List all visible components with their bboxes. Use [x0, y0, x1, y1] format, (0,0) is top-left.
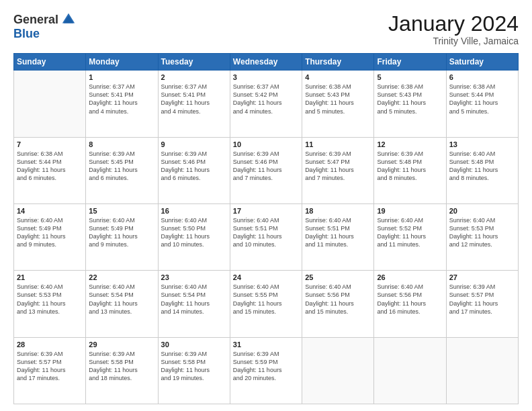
day-info: Sunrise: 6:37 AM Sunset: 5:42 PM Dayligh…	[233, 83, 299, 116]
day-cell: 17Sunrise: 6:40 AM Sunset: 5:51 PM Dayli…	[230, 203, 302, 270]
week-row-2: 7Sunrise: 6:38 AM Sunset: 5:44 PM Daylig…	[14, 137, 519, 203]
day-header-sunday: Sunday	[14, 54, 86, 71]
day-number: 14	[17, 207, 83, 215]
week-row-3: 14Sunrise: 6:40 AM Sunset: 5:49 PM Dayli…	[14, 203, 519, 270]
day-info: Sunrise: 6:40 AM Sunset: 5:51 PM Dayligh…	[233, 216, 299, 249]
day-number: 23	[161, 273, 227, 281]
day-info: Sunrise: 6:39 AM Sunset: 5:47 PM Dayligh…	[305, 150, 371, 183]
day-info: Sunrise: 6:40 AM Sunset: 5:53 PM Dayligh…	[17, 283, 83, 316]
day-header-saturday: Saturday	[446, 54, 518, 71]
day-info: Sunrise: 6:40 AM Sunset: 5:51 PM Dayligh…	[305, 216, 371, 249]
day-header-wednesday: Wednesday	[230, 54, 302, 71]
calendar-subtitle: Trinity Ville, Jamaica	[388, 36, 519, 46]
day-header-thursday: Thursday	[302, 54, 374, 71]
logo-blue-text: Blue	[13, 27, 40, 41]
day-info: Sunrise: 6:39 AM Sunset: 5:57 PM Dayligh…	[17, 350, 83, 383]
day-cell: 25Sunrise: 6:40 AM Sunset: 5:56 PM Dayli…	[302, 271, 374, 337]
day-number: 19	[377, 207, 443, 215]
day-cell: 12Sunrise: 6:39 AM Sunset: 5:48 PM Dayli…	[374, 137, 446, 203]
day-cell: 2Sunrise: 6:37 AM Sunset: 5:41 PM Daylig…	[158, 71, 230, 137]
day-cell: 9Sunrise: 6:39 AM Sunset: 5:46 PM Daylig…	[158, 137, 230, 203]
day-number: 12	[377, 140, 443, 148]
day-header-monday: Monday	[86, 54, 158, 71]
day-info: Sunrise: 6:40 AM Sunset: 5:48 PM Dayligh…	[449, 150, 515, 183]
day-cell: 10Sunrise: 6:39 AM Sunset: 5:46 PM Dayli…	[230, 137, 302, 203]
day-number: 29	[89, 340, 154, 349]
day-info: Sunrise: 6:39 AM Sunset: 5:45 PM Dayligh…	[89, 150, 154, 183]
day-cell: 31Sunrise: 6:39 AM Sunset: 5:59 PM Dayli…	[230, 337, 302, 404]
day-number: 28	[17, 340, 83, 349]
week-row-5: 28Sunrise: 6:39 AM Sunset: 5:57 PM Dayli…	[14, 337, 519, 404]
day-info: Sunrise: 6:38 AM Sunset: 5:43 PM Dayligh…	[377, 83, 443, 116]
day-number: 9	[161, 140, 227, 148]
day-number: 25	[305, 273, 371, 281]
day-number: 7	[17, 140, 83, 148]
day-number: 17	[233, 207, 299, 215]
day-cell: 5Sunrise: 6:38 AM Sunset: 5:43 PM Daylig…	[374, 71, 446, 137]
day-number: 21	[17, 273, 83, 281]
day-cell: 24Sunrise: 6:40 AM Sunset: 5:55 PM Dayli…	[230, 271, 302, 337]
day-number: 24	[233, 273, 299, 281]
day-cell: 20Sunrise: 6:40 AM Sunset: 5:53 PM Dayli…	[446, 203, 518, 270]
day-number: 30	[161, 340, 227, 349]
day-number: 18	[305, 207, 371, 215]
logo-general-text: General	[13, 13, 58, 27]
day-info: Sunrise: 6:39 AM Sunset: 5:46 PM Dayligh…	[233, 150, 299, 183]
day-info: Sunrise: 6:40 AM Sunset: 5:50 PM Dayligh…	[161, 216, 227, 249]
day-cell	[374, 337, 446, 404]
day-number: 6	[449, 73, 515, 81]
day-info: Sunrise: 6:40 AM Sunset: 5:54 PM Dayligh…	[89, 283, 154, 316]
day-cell	[446, 337, 518, 404]
day-cell: 4Sunrise: 6:38 AM Sunset: 5:43 PM Daylig…	[302, 71, 374, 137]
day-cell: 18Sunrise: 6:40 AM Sunset: 5:51 PM Dayli…	[302, 203, 374, 270]
week-row-4: 21Sunrise: 6:40 AM Sunset: 5:53 PM Dayli…	[14, 271, 519, 337]
day-cell: 26Sunrise: 6:40 AM Sunset: 5:56 PM Dayli…	[374, 271, 446, 337]
calendar-table: SundayMondayTuesdayWednesdayThursdayFrid…	[13, 53, 519, 404]
day-info: Sunrise: 6:40 AM Sunset: 5:54 PM Dayligh…	[161, 283, 227, 316]
day-cell: 1Sunrise: 6:37 AM Sunset: 5:41 PM Daylig…	[86, 71, 158, 137]
day-info: Sunrise: 6:38 AM Sunset: 5:43 PM Dayligh…	[305, 83, 371, 116]
day-number: 20	[449, 207, 515, 215]
day-info: Sunrise: 6:40 AM Sunset: 5:55 PM Dayligh…	[233, 283, 299, 316]
day-number: 31	[233, 340, 299, 349]
day-cell: 16Sunrise: 6:40 AM Sunset: 5:50 PM Dayli…	[158, 203, 230, 270]
day-number: 1	[89, 73, 154, 81]
day-number: 3	[233, 73, 299, 81]
day-cell	[302, 337, 374, 404]
logo-icon	[61, 12, 76, 27]
day-number: 10	[233, 140, 299, 148]
day-cell: 23Sunrise: 6:40 AM Sunset: 5:54 PM Dayli…	[158, 271, 230, 337]
day-number: 22	[89, 273, 154, 281]
day-number: 16	[161, 207, 227, 215]
day-cell: 27Sunrise: 6:39 AM Sunset: 5:57 PM Dayli…	[446, 271, 518, 337]
day-cell: 15Sunrise: 6:40 AM Sunset: 5:49 PM Dayli…	[86, 203, 158, 270]
day-cell: 19Sunrise: 6:40 AM Sunset: 5:52 PM Dayli…	[374, 203, 446, 270]
day-number: 11	[305, 140, 371, 148]
day-cell	[14, 71, 86, 137]
day-cell: 29Sunrise: 6:39 AM Sunset: 5:58 PM Dayli…	[86, 337, 158, 404]
day-info: Sunrise: 6:37 AM Sunset: 5:41 PM Dayligh…	[89, 83, 154, 116]
day-info: Sunrise: 6:38 AM Sunset: 5:44 PM Dayligh…	[17, 150, 83, 183]
day-info: Sunrise: 6:40 AM Sunset: 5:56 PM Dayligh…	[305, 283, 371, 316]
day-cell: 11Sunrise: 6:39 AM Sunset: 5:47 PM Dayli…	[302, 137, 374, 203]
day-info: Sunrise: 6:39 AM Sunset: 5:46 PM Dayligh…	[161, 150, 227, 183]
header-row: SundayMondayTuesdayWednesdayThursdayFrid…	[14, 54, 519, 71]
day-number: 4	[305, 73, 371, 81]
day-info: Sunrise: 6:40 AM Sunset: 5:49 PM Dayligh…	[17, 216, 83, 249]
day-info: Sunrise: 6:38 AM Sunset: 5:44 PM Dayligh…	[449, 83, 515, 116]
day-number: 2	[161, 73, 227, 81]
day-cell: 8Sunrise: 6:39 AM Sunset: 5:45 PM Daylig…	[86, 137, 158, 203]
day-cell: 3Sunrise: 6:37 AM Sunset: 5:42 PM Daylig…	[230, 71, 302, 137]
day-number: 5	[377, 73, 443, 81]
day-info: Sunrise: 6:39 AM Sunset: 5:59 PM Dayligh…	[233, 350, 299, 383]
day-header-tuesday: Tuesday	[158, 54, 230, 71]
day-info: Sunrise: 6:39 AM Sunset: 5:58 PM Dayligh…	[161, 350, 227, 383]
page: General Blue January 2024 Trinity Ville,…	[0, 0, 532, 411]
day-cell: 30Sunrise: 6:39 AM Sunset: 5:58 PM Dayli…	[158, 337, 230, 404]
week-row-1: 1Sunrise: 6:37 AM Sunset: 5:41 PM Daylig…	[14, 71, 519, 137]
day-number: 15	[89, 207, 154, 215]
day-cell: 13Sunrise: 6:40 AM Sunset: 5:48 PM Dayli…	[446, 137, 518, 203]
calendar-title: January 2024	[388, 12, 519, 36]
day-info: Sunrise: 6:40 AM Sunset: 5:53 PM Dayligh…	[449, 216, 515, 249]
day-cell: 6Sunrise: 6:38 AM Sunset: 5:44 PM Daylig…	[446, 71, 518, 137]
